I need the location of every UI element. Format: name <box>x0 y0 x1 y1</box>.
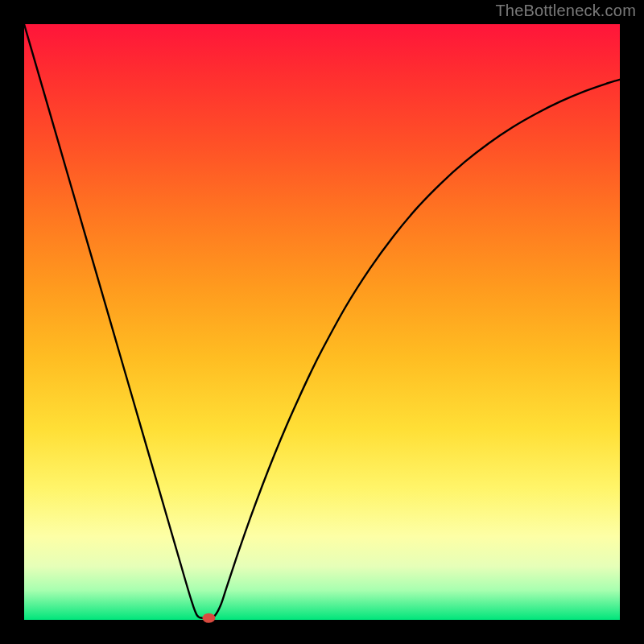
chart-frame: TheBottleneck.com <box>0 0 644 644</box>
chart-svg <box>24 24 620 620</box>
watermark-text: TheBottleneck.com <box>495 2 636 20</box>
min-marker <box>202 613 215 623</box>
plot-area <box>24 24 620 620</box>
curve-path <box>24 24 620 618</box>
